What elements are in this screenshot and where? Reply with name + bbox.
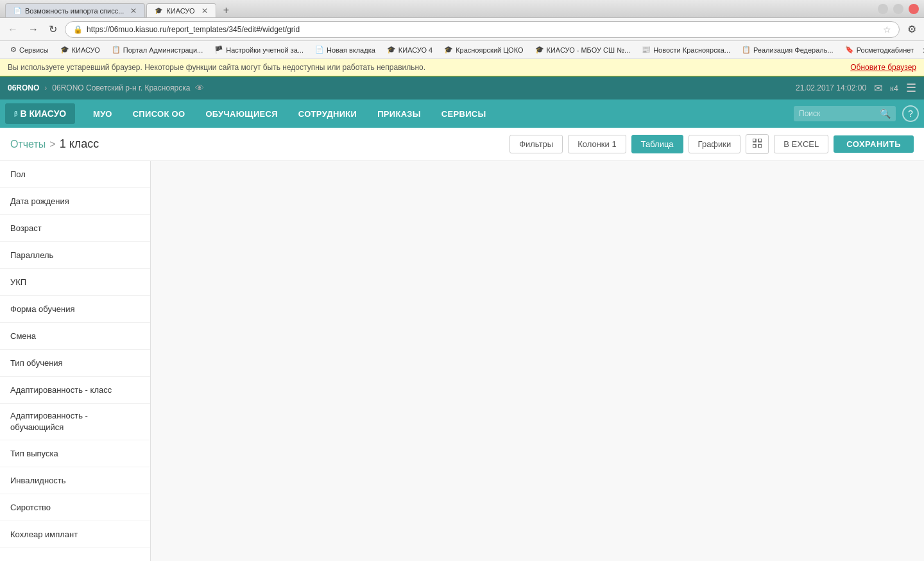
tab-2-label: КИАСУО [166, 7, 194, 15]
bookmark-kiasuo4-icon: 🎓 [387, 46, 396, 54]
nav-item-prikazy[interactable]: ПРИКАЗЫ [367, 101, 431, 126]
bookmark-servisy[interactable]: ⚙ Сервисы [5, 44, 54, 56]
warning-text: Вы используете устаревший браузер. Некот… [8, 63, 425, 72]
sidebar-item-parallel[interactable]: Параллель [0, 242, 150, 269]
sidebar-item-smena-label: Смена [10, 331, 36, 341]
bookmark-news[interactable]: 📰 Новости Красноярска... [637, 44, 735, 56]
back-button[interactable]: ← [5, 21, 21, 38]
nav-item-servisy[interactable]: СЕРВИСЫ [431, 101, 497, 126]
tab-1-label: Возможность импорта списс... [25, 7, 124, 15]
bookmark-settings-label: Настройки учетной за... [226, 46, 304, 54]
table-button[interactable]: Таблица [631, 135, 683, 153]
tab-2[interactable]: 🎓 КИАСУО ✕ [146, 3, 216, 17]
brand-logo[interactable]: β В КИАСУО [5, 103, 75, 124]
sidebar-item-invalidnost[interactable]: Инвалидность [0, 467, 150, 494]
nav-item-obuchayushchiesya[interactable]: ОБУЧАЮЩИЕСЯ [195, 101, 287, 126]
nav-bar: ← → ↻ 🔒 https://06muo.kiasuo.ru/report_t… [0, 18, 924, 41]
breadcrumb: Отчеты > 1 класс [10, 137, 99, 151]
new-tab-button[interactable]: + [218, 3, 235, 17]
maximize-button[interactable] [893, 4, 903, 14]
bookmark-rosmeto[interactable]: 🔖 Росметодкабинет [840, 44, 919, 56]
nav-item-spisok[interactable]: СПИСОК ОО [123, 101, 196, 126]
sidebar-item-sirotstvo-label: Сиротство [10, 503, 51, 512]
refresh-button[interactable]: ↻ [46, 21, 60, 38]
close-button[interactable] [909, 4, 919, 14]
hamburger-menu-icon[interactable]: ☰ [906, 81, 916, 95]
tab-1-close[interactable]: ✕ [130, 6, 137, 15]
sidebar-item-ukp[interactable]: УКП [0, 269, 150, 296]
bookmark-mbou-label: КИАСУО - МБОУ СШ №... [547, 46, 631, 54]
user-code: к4 [890, 83, 898, 93]
sidebar-item-tip-vypuska[interactable]: Тип выпуска [0, 440, 150, 467]
main-nav: β В КИАСУО МУО СПИСОК ОО ОБУЧАЮЩИЕСЯ СОТ… [0, 99, 924, 128]
bookmark-federal-label: Реализация Федераль... [753, 46, 834, 54]
app-header-left: 06RONO › 06RONO Советский р-н г. Красноя… [8, 83, 204, 93]
sidebar-item-tip-obucheniya-label: Тип обучения [10, 358, 63, 368]
page-content: Отчеты > 1 класс Фильтры Колонки 1 Табли… [0, 128, 924, 561]
bookmark-federal-icon: 📋 [742, 46, 751, 54]
bookmark-portal[interactable]: 📋 Портал Администраци... [107, 44, 208, 56]
sidebar-item-tip-obucheniya[interactable]: Тип обучения [0, 350, 150, 377]
bookmark-kiasuo4-label: КИАСУО 4 [398, 46, 432, 54]
bookmarks-more-icon[interactable]: » [920, 44, 924, 56]
sidebar-item-data-rozhdeniya[interactable]: Дата рождения [0, 188, 150, 215]
tab-2-close[interactable]: ✕ [201, 6, 208, 15]
bookmark-newtab[interactable]: 📄 Новая вкладка [310, 44, 381, 56]
sidebar-item-vozrast[interactable]: Возраст [0, 215, 150, 242]
svg-rect-0 [753, 139, 756, 142]
bookmark-kiasuo-label: КИАСУО [72, 46, 100, 54]
sidebar-item-parallel-label: Параллель [10, 250, 53, 260]
extensions-button[interactable]: ⚙ [905, 21, 919, 38]
sidebar-item-pol[interactable]: Пол [0, 161, 150, 188]
tab-1[interactable]: 📄 Возможность импорта списс... ✕ [5, 3, 145, 17]
sidebar-item-sirotstvo[interactable]: Сиротство [0, 494, 150, 521]
bookmark-kiasuo4[interactable]: 🎓 КИАСУО 4 [382, 44, 438, 56]
bookmark-star-icon[interactable]: ☆ [883, 24, 891, 35]
toolbar-buttons: Фильтры Колонки 1 Таблица Графики В EXCE… [509, 134, 914, 154]
bookmark-news-label: Новости Красноярска... [653, 46, 730, 54]
eye-icon[interactable]: 👁 [195, 83, 204, 93]
bookmark-portal-label: Портал Администраци... [123, 46, 203, 54]
bookmark-settings-icon: 🏴 [214, 46, 223, 54]
columns-button[interactable]: Колонки 1 [568, 135, 626, 153]
sidebar-item-adaptirovannost-klass-label: Адаптированность - класс [10, 385, 112, 395]
save-button[interactable]: СОХРАНИТЬ [834, 135, 914, 153]
nav-item-muo[interactable]: МУО [83, 101, 123, 126]
breadcrumb-link[interactable]: Отчеты [10, 139, 46, 150]
help-icon[interactable]: ? [902, 105, 919, 122]
fullscreen-button[interactable] [746, 134, 769, 154]
bookmark-federal[interactable]: 📋 Реализация Федераль... [737, 44, 839, 56]
mail-icon[interactable]: ✉ [874, 82, 882, 94]
bookmarks-bar: ⚙ Сервисы 🎓 КИАСУО 📋 Портал Администраци… [0, 41, 924, 59]
bookmark-tsoko[interactable]: 🎓 Красноярский ЦОКО [439, 44, 528, 56]
org-code: 06RONO [8, 83, 39, 92]
brand-label: В КИАСУО [21, 108, 67, 119]
sidebar-item-vozrast-label: Возраст [10, 223, 42, 233]
warning-banner: Вы используете устаревший браузер. Некот… [0, 59, 924, 76]
charts-button[interactable]: Графики [689, 135, 741, 153]
bookmark-settings[interactable]: 🏴 Настройки учетной за... [209, 44, 309, 56]
sidebar-item-adaptirovannost-klass[interactable]: Адаптированность - класс [0, 377, 150, 404]
bookmark-kiasuo[interactable]: 🎓 КИАСУО [55, 44, 105, 56]
bookmark-kiasuo-icon: 🎓 [60, 46, 69, 54]
nav-item-sotrudniki[interactable]: СОТРУДНИКИ [288, 101, 367, 126]
sidebar-item-smena[interactable]: Смена [0, 323, 150, 350]
tab-bar: 📄 Возможность импорта списс... ✕ 🎓 КИАСУ… [5, 0, 235, 17]
app-header-right: 21.02.2017 14:02:00 ✉ к4 ☰ [796, 81, 916, 95]
sidebar-item-kokhlear[interactable]: Кохлеар имплант [0, 521, 150, 548]
svg-rect-3 [758, 144, 762, 148]
filters-button[interactable]: Фильтры [509, 135, 563, 153]
bookmark-mbou[interactable]: 🎓 КИАСУО - МБОУ СШ №... [530, 44, 636, 56]
sidebar-item-adaptirovannost-obuch[interactable]: Адаптированность -обучающийся [0, 404, 150, 440]
search-box: 🔍 [794, 106, 896, 121]
bookmark-news-icon: 📰 [642, 46, 651, 54]
search-input[interactable] [799, 109, 876, 118]
update-browser-link[interactable]: Обновите браузер [850, 63, 916, 72]
header-separator: › [44, 83, 47, 92]
minimize-button[interactable] [878, 4, 888, 14]
address-bar[interactable]: 🔒 https://06muo.kiasuo.ru/report_templat… [65, 21, 900, 38]
excel-button[interactable]: В EXCEL [774, 135, 828, 153]
forward-button[interactable]: → [26, 21, 41, 38]
tab-1-icon: 📄 [13, 7, 21, 14]
sidebar-item-forma[interactable]: Форма обучения [0, 296, 150, 323]
